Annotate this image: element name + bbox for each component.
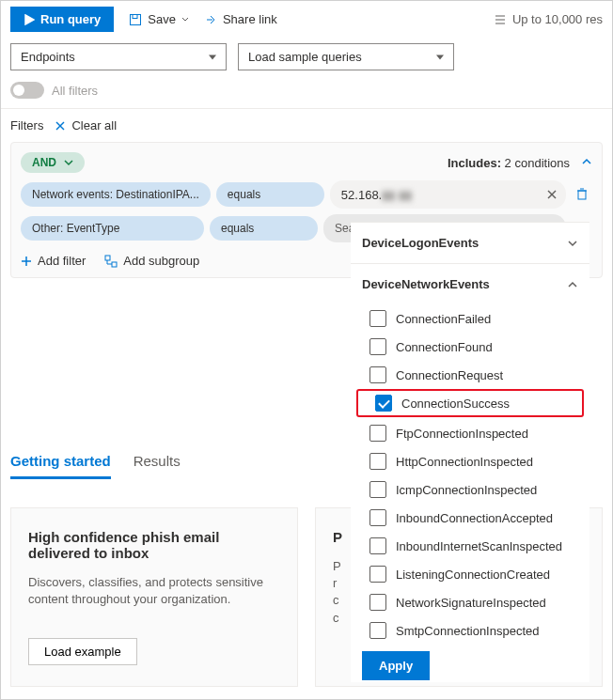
checkbox[interactable]: [369, 594, 386, 611]
checkbox[interactable]: [369, 509, 386, 526]
all-filters-label: All filters: [52, 84, 98, 98]
option-inboundconnectionaccepted[interactable]: InboundConnectionAccepted: [351, 504, 589, 532]
list-icon: [494, 13, 507, 26]
filter-value-input[interactable]: [412, 188, 542, 201]
all-filters-toggle[interactable]: [10, 82, 44, 99]
save-icon: [129, 13, 142, 26]
tab-getting-started[interactable]: Getting started: [10, 445, 111, 479]
dropdown-row: Endpoints Load sample queries: [1, 38, 612, 76]
filter-operator-pill[interactable]: equals: [210, 216, 318, 241]
svg-rect-2: [133, 14, 137, 18]
svg-rect-21: [112, 262, 117, 267]
checkbox[interactable]: [369, 366, 386, 383]
panel-section: DeviceLogonEvents: [351, 223, 589, 264]
add-filter-button[interactable]: Add filter: [21, 254, 86, 268]
section-header-devicelogonevents[interactable]: DeviceLogonEvents: [351, 223, 589, 263]
checkbox[interactable]: [369, 481, 386, 498]
option-connectionsuccess[interactable]: ConnectionSuccess: [356, 389, 584, 417]
option-httpconnectioninspected[interactable]: HttpConnectionInspected: [351, 447, 589, 475]
close-icon: [547, 190, 557, 199]
checkbox[interactable]: [369, 425, 386, 442]
logic-operator-chip[interactable]: AND: [21, 152, 85, 173]
checkbox[interactable]: [375, 395, 392, 412]
filter-row: Network events: DestinationIPA... equals…: [21, 180, 592, 209]
option-icmpconnectioninspected[interactable]: IcmpConnectionInspected: [351, 475, 589, 504]
collapse-group-button[interactable]: [581, 156, 592, 170]
add-subgroup-button[interactable]: Add subgroup: [104, 254, 199, 268]
filter-field-pill[interactable]: Other: EventType: [21, 216, 204, 241]
scope-dropdown[interactable]: Endpoints: [10, 43, 227, 70]
all-filters-row: All filters: [1, 76, 612, 109]
section-header-devicenetworkevents[interactable]: DeviceNetworkEvents: [351, 264, 589, 304]
svg-rect-10: [578, 191, 586, 199]
filters-header: Filters Clear all: [1, 109, 612, 142]
run-query-label: Run query: [40, 12, 101, 26]
option-smtpconnectioninspected[interactable]: SmtpConnectionInspected: [351, 616, 589, 642]
card-title: High confidence phish email delivered to…: [28, 529, 280, 561]
apply-button[interactable]: Apply: [362, 651, 430, 680]
option-connectionrequest[interactable]: ConnectionRequest: [351, 361, 589, 389]
chevron-down-icon: [567, 238, 578, 249]
option-ftpconnectioninspected[interactable]: FtpConnectionInspected: [351, 419, 589, 447]
option-connectionfound[interactable]: ConnectionFound: [351, 333, 589, 361]
tab-results[interactable]: Results: [134, 445, 181, 479]
svg-rect-20: [105, 256, 110, 260]
sample-queries-dropdown[interactable]: Load sample queries: [238, 43, 454, 70]
event-type-dropdown-panel: DeviceLogonEvents DeviceNetworkEvents Co…: [351, 222, 589, 682]
panel-scroll[interactable]: DeviceLogonEvents DeviceNetworkEvents Co…: [351, 223, 589, 642]
svg-rect-1: [131, 14, 141, 24]
filter-field-pill[interactable]: Network events: DestinationIPA...: [21, 182, 211, 207]
example-card: High confidence phish email delivered to…: [10, 507, 298, 687]
save-label: Save: [148, 12, 176, 26]
option-inboundinternetscaninspected[interactable]: InboundInternetScanInspected: [351, 532, 589, 560]
checkbox[interactable]: [369, 338, 386, 355]
share-link-button[interactable]: Share link: [204, 12, 277, 26]
load-example-button[interactable]: Load example: [28, 638, 137, 665]
share-label: Share link: [223, 12, 277, 26]
chevron-up-icon: [581, 156, 592, 167]
save-button[interactable]: Save: [129, 12, 189, 26]
filter-operator-pill[interactable]: equals: [216, 182, 324, 207]
clear-value-button[interactable]: [542, 184, 562, 205]
svg-marker-0: [25, 15, 34, 24]
clear-all-button[interactable]: Clear all: [55, 118, 117, 132]
checkbox[interactable]: [369, 622, 386, 639]
plus-icon: [21, 256, 32, 267]
option-connectionfailed[interactable]: ConnectionFailed: [351, 304, 589, 333]
checkbox[interactable]: [369, 453, 386, 470]
chevron-down-icon: [64, 158, 73, 167]
subgroup-icon: [104, 255, 118, 268]
play-icon: [24, 14, 35, 25]
share-icon: [204, 13, 217, 26]
filter-value-visible: 52.168.: [341, 188, 382, 202]
chevron-down-icon: [181, 16, 189, 23]
panel-section: DeviceNetworkEvents ConnectionFailed Con…: [351, 264, 589, 642]
trash-icon: [575, 187, 589, 200]
filter-group-header: AND Includes: 2 conditions: [21, 152, 592, 173]
run-query-button[interactable]: Run query: [10, 7, 114, 32]
top-toolbar: Run query Save Share link Up to 10,000 r…: [1, 1, 612, 38]
option-networksignatureinspected[interactable]: NetworkSignatureInspected: [351, 588, 589, 616]
panel-footer: Apply: [351, 642, 589, 690]
delete-filter-button[interactable]: [572, 187, 592, 203]
card-description: Discovers, classifies, and protects sens…: [28, 574, 280, 608]
filter-value-input-wrap: 52.168.▮▮ ▮▮: [330, 180, 566, 209]
checkbox[interactable]: [369, 310, 386, 327]
checkbox[interactable]: [369, 566, 386, 583]
checkbox[interactable]: [369, 537, 386, 554]
filters-title: Filters: [10, 118, 43, 132]
chevron-up-icon: [567, 279, 578, 290]
includes-summary: Includes: 2 conditions: [448, 156, 570, 170]
option-listeningconnectioncreated[interactable]: ListeningConnectionCreated: [351, 560, 589, 588]
panel-options: ConnectionFailed ConnectionFound Connect…: [351, 304, 589, 642]
result-limit: Up to 10,000 res: [494, 12, 603, 26]
close-icon: [55, 120, 66, 132]
